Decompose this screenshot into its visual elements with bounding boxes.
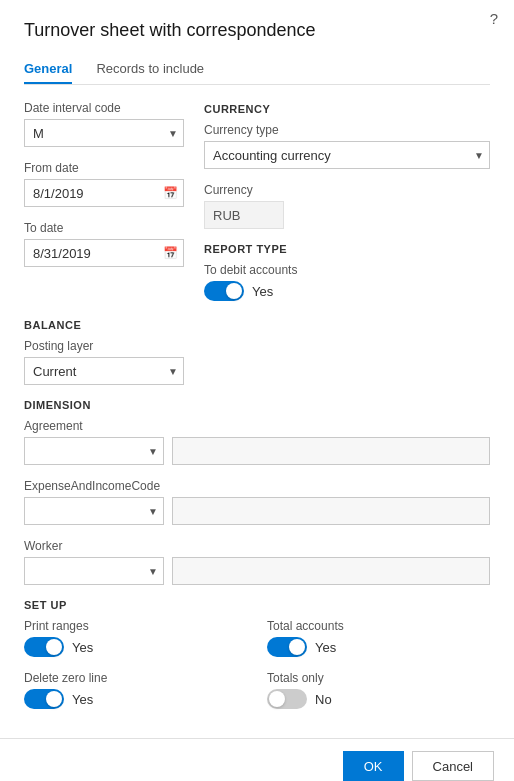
cancel-button[interactable]: Cancel	[412, 751, 494, 781]
delete-zero-line-toggle-row: Yes	[24, 689, 247, 709]
to-debit-accounts-toggle-label: Yes	[252, 284, 273, 299]
date-interval-code-label: Date interval code	[24, 101, 184, 115]
currency-type-select-wrapper: Accounting currency Transaction currency…	[204, 141, 490, 169]
delete-zero-line-toggle-track	[24, 689, 64, 709]
dialog-title: Turnover sheet with correspondence	[24, 20, 490, 41]
total-accounts-toggle-thumb	[289, 639, 305, 655]
tab-general[interactable]: General	[24, 55, 72, 84]
to-debit-accounts-group: To debit accounts Yes	[204, 263, 490, 301]
delete-zero-line-toggle-thumb	[46, 691, 62, 707]
to-date-calendar-icon[interactable]: 📅	[163, 246, 178, 260]
totals-only-toggle-row: No	[267, 689, 490, 709]
agreement-text-input[interactable]	[172, 437, 490, 465]
totals-only-toggle-thumb	[269, 691, 285, 707]
posting-layer-select-wrapper: Current Operations Tax ▼	[24, 357, 184, 385]
currency-label: Currency	[204, 183, 490, 197]
totals-only-toggle-track	[267, 689, 307, 709]
total-accounts-label: Total accounts	[267, 619, 490, 633]
tabs-bar: General Records to include	[24, 55, 490, 85]
help-icon[interactable]: ?	[490, 10, 498, 27]
posting-layer-label: Posting layer	[24, 339, 184, 353]
from-date-group: From date 📅	[24, 161, 184, 207]
agreement-group: Agreement ▼	[24, 419, 490, 465]
worker-text-input[interactable]	[172, 557, 490, 585]
from-date-label: From date	[24, 161, 184, 175]
currency-value: RUB	[204, 201, 284, 229]
setup-grid: Print ranges Yes Total accounts	[24, 619, 490, 713]
print-ranges-toggle-thumb	[46, 639, 62, 655]
dimension-section: DIMENSION Agreement ▼	[24, 399, 490, 585]
expense-income-code-group: ExpenseAndIncomeCode ▼	[24, 479, 490, 525]
to-date-input-wrapper: 📅	[24, 239, 184, 267]
total-accounts-toggle-row: Yes	[267, 637, 490, 657]
left-column: Date interval code M ▼ From date 📅	[24, 101, 184, 315]
currency-group: Currency RUB	[204, 183, 490, 229]
to-date-label: To date	[24, 221, 184, 235]
dialog-footer: OK Cancel	[0, 738, 514, 781]
print-ranges-label: Print ranges	[24, 619, 247, 633]
worker-row: ▼	[24, 557, 490, 585]
total-accounts-toggle-track	[267, 637, 307, 657]
total-accounts-toggle-label: Yes	[315, 640, 336, 655]
delete-zero-line-group: Delete zero line Yes	[24, 671, 247, 713]
setup-section-header: SET UP	[24, 599, 490, 611]
agreement-row: ▼	[24, 437, 490, 465]
report-type-section-header: REPORT TYPE	[204, 243, 490, 255]
agreement-select[interactable]	[24, 437, 164, 465]
print-ranges-toggle-track	[24, 637, 64, 657]
worker-select-wrapper: ▼	[24, 557, 164, 585]
from-date-input[interactable]	[24, 179, 184, 207]
worker-group: Worker ▼	[24, 539, 490, 585]
expense-income-code-select[interactable]	[24, 497, 164, 525]
to-date-input[interactable]	[24, 239, 184, 267]
ok-button[interactable]: OK	[343, 751, 404, 781]
posting-layer-group: Posting layer Current Operations Tax ▼	[24, 339, 184, 385]
totals-only-group: Totals only No	[267, 671, 490, 713]
to-debit-accounts-toggle-thumb	[226, 283, 242, 299]
expense-income-code-row: ▼	[24, 497, 490, 525]
to-debit-accounts-toggle-track	[204, 281, 244, 301]
dimension-section-header: DIMENSION	[24, 399, 490, 411]
expense-income-code-select-wrapper: ▼	[24, 497, 164, 525]
expense-income-code-label: ExpenseAndIncomeCode	[24, 479, 490, 493]
to-date-group: To date 📅	[24, 221, 184, 267]
content-area: Date interval code M ▼ From date 📅	[24, 101, 490, 315]
date-interval-code-select-wrapper: M ▼	[24, 119, 184, 147]
totals-only-toggle[interactable]	[267, 689, 307, 709]
print-ranges-toggle-label: Yes	[72, 640, 93, 655]
agreement-label: Agreement	[24, 419, 490, 433]
print-ranges-group: Print ranges Yes	[24, 619, 247, 661]
date-interval-code-group: Date interval code M ▼	[24, 101, 184, 147]
expense-income-code-text-wrapper	[172, 497, 490, 525]
currency-section-header: CURRENCY	[204, 103, 490, 115]
from-date-input-wrapper: 📅	[24, 179, 184, 207]
balance-section-header: BALANCE	[24, 319, 490, 331]
date-interval-code-select[interactable]: M	[24, 119, 184, 147]
right-column: CURRENCY Currency type Accounting curren…	[204, 101, 490, 315]
delete-zero-line-label: Delete zero line	[24, 671, 247, 685]
total-accounts-group: Total accounts Yes	[267, 619, 490, 661]
total-accounts-toggle[interactable]	[267, 637, 307, 657]
currency-type-label: Currency type	[204, 123, 490, 137]
print-ranges-toggle-row: Yes	[24, 637, 247, 657]
posting-layer-select[interactable]: Current Operations Tax	[24, 357, 184, 385]
agreement-select-wrapper: ▼	[24, 437, 164, 465]
currency-type-group: Currency type Accounting currency Transa…	[204, 123, 490, 169]
totals-only-toggle-label: No	[315, 692, 332, 707]
from-date-calendar-icon[interactable]: 📅	[163, 186, 178, 200]
agreement-text-wrapper	[172, 437, 490, 465]
balance-section: BALANCE Posting layer Current Operations…	[24, 319, 490, 385]
to-debit-accounts-toggle-row: Yes	[204, 281, 490, 301]
expense-income-code-text-input[interactable]	[172, 497, 490, 525]
print-ranges-toggle[interactable]	[24, 637, 64, 657]
currency-type-select[interactable]: Accounting currency Transaction currency…	[204, 141, 490, 169]
to-debit-accounts-label: To debit accounts	[204, 263, 490, 277]
totals-only-label: Totals only	[267, 671, 490, 685]
worker-label: Worker	[24, 539, 490, 553]
worker-text-wrapper	[172, 557, 490, 585]
delete-zero-line-toggle[interactable]	[24, 689, 64, 709]
worker-select[interactable]	[24, 557, 164, 585]
setup-section: SET UP Print ranges Yes	[24, 599, 490, 713]
tab-records-to-include[interactable]: Records to include	[96, 55, 204, 84]
to-debit-accounts-toggle[interactable]	[204, 281, 244, 301]
